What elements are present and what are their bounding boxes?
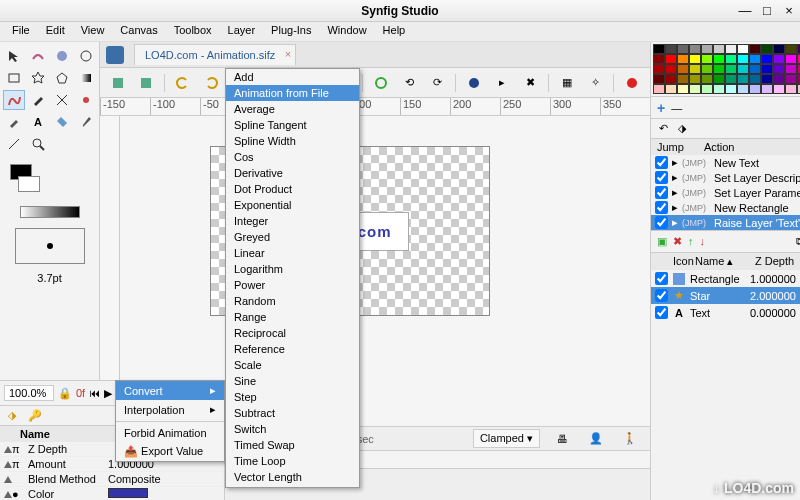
- rectangle-tool[interactable]: [3, 68, 25, 88]
- fill-tool[interactable]: [51, 112, 73, 132]
- submenu-item[interactable]: Greyed: [226, 229, 359, 245]
- polygon-tool[interactable]: [51, 68, 73, 88]
- submenu-item[interactable]: Scale: [226, 357, 359, 373]
- palette-swatch[interactable]: [761, 84, 773, 94]
- submenu-item[interactable]: Reference: [226, 341, 359, 357]
- submenu-item[interactable]: Timed Swap: [226, 437, 359, 453]
- palette-swatch[interactable]: [773, 44, 785, 54]
- palette-swatch[interactable]: [665, 84, 677, 94]
- palette-swatch[interactable]: [677, 84, 689, 94]
- save-as-button[interactable]: [134, 72, 158, 94]
- circle-tool[interactable]: [75, 46, 97, 66]
- palette-swatch[interactable]: [749, 54, 761, 64]
- sketch-tool[interactable]: [3, 134, 25, 154]
- gradient-preview[interactable]: [20, 206, 80, 218]
- palette-swatch[interactable]: [773, 84, 785, 94]
- menu-file[interactable]: File: [4, 22, 38, 41]
- play-button[interactable]: ▶: [104, 387, 112, 400]
- layers-header-z[interactable]: Z Depth: [755, 255, 794, 268]
- prev-key-button[interactable]: ⏮: [89, 387, 100, 399]
- submenu-item[interactable]: Time Loop: [226, 453, 359, 469]
- palette-swatch[interactable]: [761, 54, 773, 64]
- palette-swatch[interactable]: [737, 74, 749, 84]
- palette-swatch[interactable]: [749, 84, 761, 94]
- palette-swatch[interactable]: [773, 54, 785, 64]
- palette-swatch[interactable]: [773, 64, 785, 74]
- submenu-item[interactable]: Vector X: [226, 485, 359, 488]
- layer-row[interactable]: Rectangle1.000000: [651, 270, 800, 287]
- tab-close-icon[interactable]: ×: [285, 48, 291, 60]
- submenu-item[interactable]: Reciprocal: [226, 325, 359, 341]
- menu-item-forbid-animation[interactable]: Forbid Animation: [116, 424, 224, 442]
- palette-swatch[interactable]: [761, 74, 773, 84]
- palette-swatch[interactable]: [653, 44, 665, 54]
- palette-swatch[interactable]: [725, 64, 737, 74]
- skin2-button[interactable]: ⟳: [425, 72, 449, 94]
- palette-swatch[interactable]: [677, 44, 689, 54]
- palette-swatch[interactable]: [701, 64, 713, 74]
- document-tab[interactable]: LO4D.com - Animation.sifz ×: [134, 44, 296, 65]
- history-check[interactable]: [655, 201, 668, 214]
- palette-swatch[interactable]: [701, 84, 713, 94]
- palette-swatch[interactable]: [665, 74, 677, 84]
- draw-tool[interactable]: [27, 90, 49, 110]
- palette-swatch[interactable]: [725, 74, 737, 84]
- submenu-item[interactable]: Logarithm: [226, 261, 359, 277]
- menu-item-convert[interactable]: Convert▸: [116, 381, 224, 400]
- history-check[interactable]: [655, 216, 668, 229]
- submenu-item[interactable]: Linear: [226, 245, 359, 261]
- submenu-item[interactable]: Derivative: [226, 165, 359, 181]
- layer-visible[interactable]: [655, 306, 668, 319]
- submenu-item[interactable]: Animation from File: [226, 85, 359, 101]
- menu-plug-ins[interactable]: Plug-Ins: [263, 22, 319, 41]
- save-button[interactable]: [106, 72, 130, 94]
- palette-swatch[interactable]: [737, 44, 749, 54]
- submenu-item[interactable]: Add: [226, 69, 359, 85]
- grid-button[interactable]: ▦: [555, 72, 579, 94]
- walk-button[interactable]: 🚶: [618, 428, 642, 450]
- layer-copy-icon[interactable]: ⧉: [796, 235, 800, 248]
- palette-swatch[interactable]: [785, 74, 797, 84]
- palette-swatch[interactable]: [749, 74, 761, 84]
- palette-swatch[interactable]: [701, 74, 713, 84]
- record-button[interactable]: [620, 72, 644, 94]
- palette-swatch[interactable]: [689, 84, 701, 94]
- palette-swatch[interactable]: [737, 54, 749, 64]
- frame-input[interactable]: 0f: [76, 387, 85, 399]
- history-check[interactable]: [655, 156, 668, 169]
- mask-tool[interactable]: [51, 46, 73, 66]
- palette-swatch[interactable]: [677, 74, 689, 84]
- history-row[interactable]: ▸(JMP)Set Layer Parameter (Text):Origin: [651, 185, 800, 200]
- palette-swatch[interactable]: [689, 54, 701, 64]
- layer-row[interactable]: ★Star2.000000: [651, 287, 800, 304]
- submenu-item[interactable]: Power: [226, 277, 359, 293]
- palette-swatch[interactable]: [689, 44, 701, 54]
- zoom-input[interactable]: 100.0%: [4, 385, 54, 401]
- redo-button[interactable]: [199, 72, 223, 94]
- palette-swatch[interactable]: [653, 54, 665, 64]
- menu-item-export-value[interactable]: 📤 Export Value: [116, 442, 224, 461]
- gradient-tool[interactable]: [75, 68, 97, 88]
- transform-tool[interactable]: [3, 46, 25, 66]
- palette-swatch[interactable]: [713, 54, 725, 64]
- history-undo-icon[interactable]: ↶: [659, 122, 668, 135]
- submenu-item[interactable]: Cos: [226, 149, 359, 165]
- layer-dup-icon[interactable]: ✖: [673, 235, 682, 248]
- layer-visible[interactable]: [655, 289, 668, 302]
- palette-swatch[interactable]: [761, 64, 773, 74]
- history-check[interactable]: [655, 186, 668, 199]
- history-row[interactable]: ▸(JMP)New Text: [651, 155, 800, 170]
- layer-row[interactable]: AText0.000000: [651, 304, 800, 321]
- history-row[interactable]: ▸(JMP)Raise Layer 'Text': [651, 215, 800, 230]
- menu-help[interactable]: Help: [375, 22, 414, 41]
- menu-edit[interactable]: Edit: [38, 22, 73, 41]
- palette-swatch[interactable]: [653, 74, 665, 84]
- layer-up-icon[interactable]: ↑: [688, 235, 694, 248]
- snap-button[interactable]: ✧: [583, 72, 607, 94]
- palette-swatch[interactable]: [665, 64, 677, 74]
- palette-swatch[interactable]: [737, 84, 749, 94]
- keyframes-tab-icon[interactable]: 🔑: [28, 409, 42, 422]
- menu-layer[interactable]: Layer: [220, 22, 264, 41]
- palette-swatch[interactable]: [713, 64, 725, 74]
- menu-window[interactable]: Window: [319, 22, 374, 41]
